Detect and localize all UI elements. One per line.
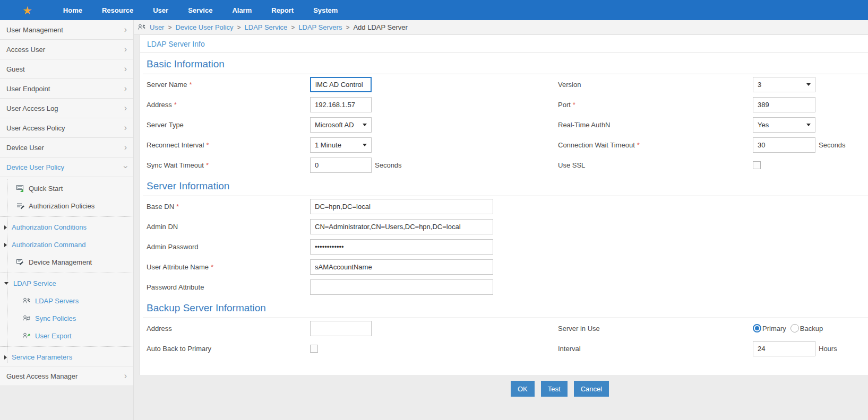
sidebar-item-access-user[interactable]: Access User › bbox=[0, 40, 133, 59]
breadcrumb-link-user[interactable]: User bbox=[150, 23, 164, 31]
connection-wait-timeout-input[interactable] bbox=[753, 137, 815, 153]
sidebar-item-label: User Management bbox=[6, 26, 63, 34]
sidebar-item-device-user[interactable]: Device User › bbox=[0, 138, 133, 158]
server-in-use-label: Server in Use bbox=[558, 325, 753, 332]
submenu-item-sync-policies[interactable]: Sync Policies bbox=[0, 310, 133, 327]
submenu-item-authorization-command[interactable]: Authorization Command bbox=[0, 236, 133, 253]
server-name-input[interactable] bbox=[310, 77, 372, 92]
test-button[interactable]: Test bbox=[541, 381, 568, 397]
version-value: 3 bbox=[758, 81, 761, 89]
submenu-item-quick-start[interactable]: Quick Start bbox=[0, 180, 133, 197]
backup-address-input[interactable] bbox=[310, 321, 372, 336]
base-dn-label: Base DN* bbox=[140, 203, 310, 211]
nav-item-service[interactable]: Service bbox=[188, 6, 212, 14]
sidebar-item-label: User Access Log bbox=[6, 104, 58, 112]
password-attribute-label: Password Attribute bbox=[140, 283, 310, 291]
submenu-item-label: Quick Start bbox=[29, 185, 63, 192]
submenu-item-device-management[interactable]: Device Management bbox=[0, 253, 133, 271]
breadcrumb-link-device-user-policy[interactable]: Device User Policy bbox=[175, 23, 233, 31]
backup-server-information-heading: Backup Server Information bbox=[143, 297, 868, 318]
admin-password-input[interactable] bbox=[310, 239, 493, 255]
form-row: Auto Back to Primary Interval Hours bbox=[140, 338, 868, 358]
nav-item-user[interactable]: User bbox=[153, 6, 168, 14]
user-attribute-name-input[interactable] bbox=[310, 259, 493, 275]
connection-wait-timeout-label: Connection Wait Timeout* bbox=[558, 141, 753, 149]
nav-item-system[interactable]: System bbox=[313, 6, 338, 14]
form-row: User Attribute Name* bbox=[140, 257, 868, 277]
submenu-item-label: Service Parameters bbox=[12, 353, 72, 361]
port-input[interactable] bbox=[753, 97, 815, 112]
real-time-authn-select[interactable]: Yes bbox=[753, 117, 815, 133]
address-input[interactable] bbox=[310, 97, 372, 112]
sync-wait-timeout-input[interactable] bbox=[310, 158, 372, 173]
submenu-item-ldap-servers[interactable]: LDAP Servers bbox=[0, 292, 133, 310]
form-row: Base DN* bbox=[140, 196, 868, 216]
favorites-star-icon[interactable]: ★ bbox=[22, 5, 32, 16]
submenu-item-label: LDAP Servers bbox=[35, 297, 79, 305]
cancel-button[interactable]: Cancel bbox=[574, 381, 609, 397]
form-row: Sync Wait Timeout* Seconds Use SSL bbox=[140, 155, 868, 175]
authorization-policies-icon bbox=[16, 202, 24, 210]
interval-input[interactable] bbox=[753, 341, 815, 356]
sidebar: User Management › Access User › Guest › … bbox=[0, 20, 134, 420]
sidebar-item-user-access-policy[interactable]: User Access Policy › bbox=[0, 118, 133, 138]
version-select[interactable]: 3 bbox=[753, 77, 815, 92]
sidebar-item-label: Guest bbox=[6, 65, 25, 73]
required-mark: * bbox=[211, 263, 213, 271]
server-in-use-primary-radio[interactable] bbox=[753, 324, 761, 332]
breadcrumb-link-ldap-servers[interactable]: LDAP Servers bbox=[298, 23, 342, 31]
submenu-item-service-parameters[interactable]: Service Parameters bbox=[0, 348, 133, 366]
ldap-servers-icon bbox=[22, 297, 31, 305]
ldap-server-form-panel: LDAP Server Info Basic Information Serve… bbox=[140, 35, 868, 375]
breadcrumb-link-ldap-service[interactable]: LDAP Service bbox=[245, 23, 288, 31]
auto-back-to-primary-checkbox[interactable] bbox=[310, 345, 318, 353]
dropdown-caret-icon bbox=[363, 124, 367, 126]
server-type-select[interactable]: Microsoft AD bbox=[310, 117, 372, 133]
device-management-icon bbox=[16, 258, 24, 266]
submenu-separator bbox=[0, 216, 133, 217]
panel-title: LDAP Server Info bbox=[147, 40, 205, 48]
ok-button[interactable]: OK bbox=[511, 381, 535, 397]
nav-item-resource[interactable]: Resource bbox=[102, 6, 133, 14]
nav-item-home[interactable]: Home bbox=[63, 6, 82, 14]
quick-start-icon bbox=[16, 185, 24, 192]
sidebar-item-device-user-policy[interactable]: Device User Policy › bbox=[0, 158, 133, 177]
sidebar-item-guest[interactable]: Guest › bbox=[0, 59, 133, 79]
submenu-item-user-export[interactable]: User Export bbox=[0, 327, 133, 345]
sidebar-item-user-endpoint[interactable]: User Endpoint › bbox=[0, 79, 133, 99]
breadcrumb-current: Add LDAP Server bbox=[353, 23, 407, 31]
sidebar-item-user-access-log[interactable]: User Access Log › bbox=[0, 99, 133, 118]
submenu-item-authorization-conditions[interactable]: Authorization Conditions bbox=[0, 218, 133, 236]
sync-wait-timeout-unit: Seconds bbox=[375, 161, 402, 169]
expand-right-icon bbox=[4, 225, 7, 230]
sync-policies-icon bbox=[22, 314, 31, 322]
server-in-use-backup-radio[interactable] bbox=[790, 324, 799, 332]
nav-item-alarm[interactable]: Alarm bbox=[232, 6, 252, 14]
submenu-item-ldap-service[interactable]: LDAP Service bbox=[0, 275, 133, 292]
chevron-right-icon: › bbox=[124, 25, 127, 34]
form-row: Password Attribute bbox=[140, 277, 868, 297]
base-dn-input[interactable] bbox=[310, 199, 493, 214]
use-ssl-checkbox[interactable] bbox=[753, 161, 761, 169]
chevron-right-icon: › bbox=[124, 65, 127, 73]
nav-item-report[interactable]: Report bbox=[271, 6, 294, 14]
use-ssl-label: Use SSL bbox=[558, 161, 753, 169]
chevron-right-icon: › bbox=[124, 143, 127, 152]
dropdown-caret-icon bbox=[363, 144, 367, 146]
sidebar-item-label: Access User bbox=[6, 46, 45, 54]
main-area: User > Device User Policy > LDAP Service… bbox=[134, 20, 868, 420]
backup-address-label: Address bbox=[140, 325, 310, 332]
breadcrumb-separator: > bbox=[237, 24, 241, 31]
chevron-right-icon: › bbox=[124, 104, 127, 112]
submenu-item-authorization-policies[interactable]: Authorization Policies bbox=[0, 197, 133, 215]
reconnect-interval-label: Reconnect Interval* bbox=[140, 141, 310, 149]
required-mark: * bbox=[174, 101, 177, 109]
sidebar-item-guest-access-manager[interactable]: Guest Access Manager › bbox=[0, 366, 133, 386]
admin-dn-input[interactable] bbox=[310, 219, 493, 234]
form-row: Server Name* Version 3 bbox=[140, 74, 868, 94]
sidebar-filler bbox=[0, 386, 133, 420]
reconnect-interval-select[interactable]: 1 Minute bbox=[310, 137, 372, 153]
expand-right-icon bbox=[4, 355, 7, 360]
sidebar-item-user-management[interactable]: User Management › bbox=[0, 20, 133, 40]
password-attribute-input[interactable] bbox=[310, 279, 493, 295]
